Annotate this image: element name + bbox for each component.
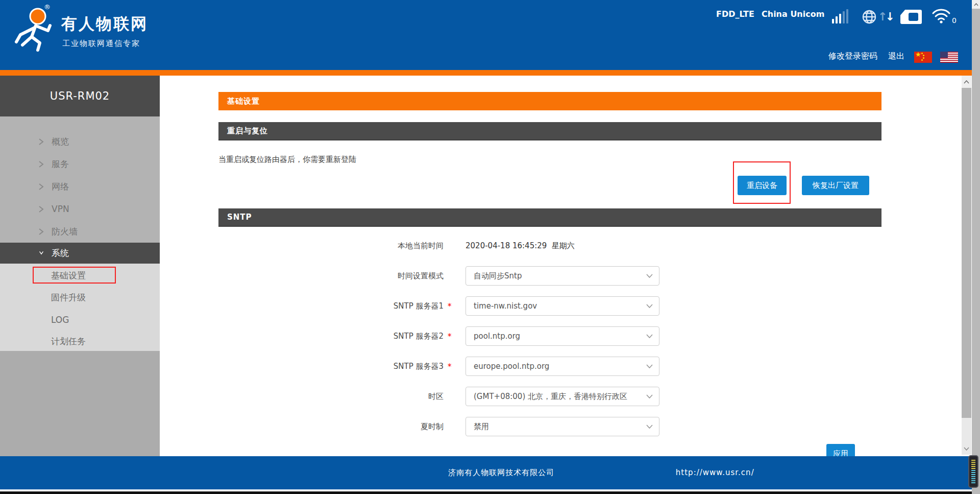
scroll-up-button[interactable] (972, 0, 980, 9)
window-scrollbar[interactable] (972, 0, 980, 494)
footer: 济南有人物联网技术有限公司 http://www.usr.cn/ (0, 456, 972, 489)
flag-us-icon[interactable] (940, 52, 958, 63)
form-row-sntp-server1: SNTP 服务器1* time-nw.nist.gov (160, 296, 962, 316)
header-accent-strip (0, 70, 972, 76)
content-scrollbar[interactable] (962, 76, 971, 455)
chevron-down-icon (38, 251, 44, 255)
section-reboot-title: 重启与复位 (218, 122, 881, 140)
apply-button[interactable]: 应用 (826, 444, 855, 456)
form-row-sntp-server3: SNTP 服务器3* europe.pool.ntp.org (160, 357, 962, 376)
time-mode-select[interactable]: 自动同步Sntp (465, 266, 659, 286)
wifi-client-count: 0 (952, 16, 957, 25)
change-password-link[interactable]: 修改登录密码 (828, 51, 877, 62)
chevron-right-icon (38, 183, 44, 190)
scroll-down-button[interactable] (962, 442, 971, 455)
chevron-down-icon (646, 304, 653, 308)
chevron-right-icon (38, 161, 44, 168)
registered-mark: ® (44, 3, 51, 11)
footer-text: 济南有人物联网技术有限公司 http://www.usr.cn/ (333, 468, 754, 478)
carrier-label: China Unicom (762, 9, 824, 19)
network-type-label: FDD_LTE (716, 9, 754, 19)
chevron-right-icon (38, 206, 44, 213)
timezone-select[interactable]: (GMT+08:00) 北京，重庆，香港特别行政区 (465, 387, 659, 406)
sidebar-item-firmware-upgrade[interactable]: 固件升级 (0, 287, 160, 309)
sntp-form: 本地当前时间 2020-04-18 16:45:29 星期六 时间设置模式 自动… (160, 236, 962, 447)
scrollbar-minimap-thumb[interactable] (968, 455, 978, 488)
chevron-up-icon (974, 3, 978, 6)
chevron-down-icon (646, 274, 653, 278)
chevron-right-icon (38, 138, 44, 145)
sim-card-icon (900, 10, 922, 24)
sidebar-item-vpn[interactable]: VPN (0, 198, 160, 220)
section-sntp-title: SNTP (218, 208, 881, 227)
logout-link[interactable]: 退出 (888, 51, 904, 62)
wifi-status: 0 (931, 8, 958, 25)
page-title: 基础设置 (218, 92, 881, 110)
sidebar-item-system[interactable]: 系统 (0, 243, 160, 264)
form-row-timezone: 时区 (GMT+08:00) 北京，重庆，香港特别行政区 (160, 387, 962, 406)
main-content: 基础设置 重启与复位 当重启或复位路由器后，你需要重新登陆 重启设备 恢复出厂设… (160, 76, 962, 456)
form-row-sntp-server2: SNTP 服务器2* pool.ntp.org (160, 326, 962, 346)
chevron-down-icon (646, 425, 653, 429)
sidebar-item-services[interactable]: 服务 (0, 153, 160, 175)
reboot-device-button[interactable]: 重启设备 (738, 176, 787, 195)
sntp-server3-select[interactable]: europe.pool.ntp.org (465, 357, 659, 376)
chevron-down-icon (646, 334, 653, 338)
sidebar-item-log[interactable]: LOG (0, 309, 160, 331)
upload-arrow-icon: ↑ (878, 10, 885, 23)
brand-subtitle: 工业物联网通信专家 (62, 39, 140, 49)
chevron-up-icon (964, 80, 969, 84)
download-arrow-icon: ↓ (885, 10, 892, 23)
signal-bars-icon (832, 9, 850, 23)
sidebar-item-basic-settings[interactable]: 基础设置 (0, 265, 160, 287)
scrollbar-thumb[interactable] (962, 88, 971, 418)
header: ® 有人物联网 工业物联网通信专家 FDD_LTE China Unicom ↑… (0, 0, 972, 70)
sidebar-filler (0, 351, 160, 456)
sidebar-item-firewall[interactable]: 防火墙 (0, 220, 160, 243)
sidebar-nav: 概览 服务 网络 VPN 防火墙 系统 (0, 116, 160, 264)
sntp-server1-select[interactable]: time-nw.nist.gov (465, 296, 659, 316)
scroll-up-button[interactable] (962, 76, 971, 88)
form-row-dst: 夏时制 禁用 (160, 417, 962, 436)
form-row-local-time: 本地当前时间 2020-04-18 16:45:29 星期六 (160, 236, 962, 255)
chevron-down-icon (646, 364, 653, 368)
sntp-server2-select[interactable]: pool.ntp.org (465, 326, 659, 346)
globe-icon (862, 9, 877, 25)
sidebar-item-network[interactable]: 网络 (0, 175, 160, 198)
flag-cn-icon[interactable]: ★ (914, 52, 932, 63)
sidebar-item-overview[interactable]: 概览 (0, 130, 160, 153)
device-name: USR-RM02 (0, 76, 160, 116)
system-submenu: 基础设置 固件升级 LOG 计划任务 (0, 264, 160, 351)
brand-title: 有人物联网 (61, 13, 148, 35)
usr-logo-icon (12, 6, 56, 53)
wifi-icon (931, 8, 951, 23)
local-time-value: 2020-04-18 16:45:29 星期六 (465, 241, 575, 251)
sidebar-item-scheduled-tasks[interactable]: 计划任务 (0, 331, 160, 352)
chevron-down-icon (646, 394, 653, 398)
sidebar: USR-RM02 概览 服务 网络 VPN 防火墙 系统 基础设置 (0, 76, 160, 456)
reboot-note: 当重启或复位路由器后，你需要重新登陆 (218, 155, 356, 164)
highlight-box (33, 267, 116, 284)
dst-select[interactable]: 禁用 (465, 417, 659, 436)
form-row-time-mode: 时间设置模式 自动同步Sntp (160, 266, 962, 286)
chevron-down-icon (964, 447, 969, 451)
factory-reset-button[interactable]: 恢复出厂设置 (802, 176, 869, 195)
chevron-right-icon (38, 228, 44, 235)
wan-traffic-indicator: ↑↓ (862, 9, 893, 25)
bottom-edge (0, 491, 980, 494)
